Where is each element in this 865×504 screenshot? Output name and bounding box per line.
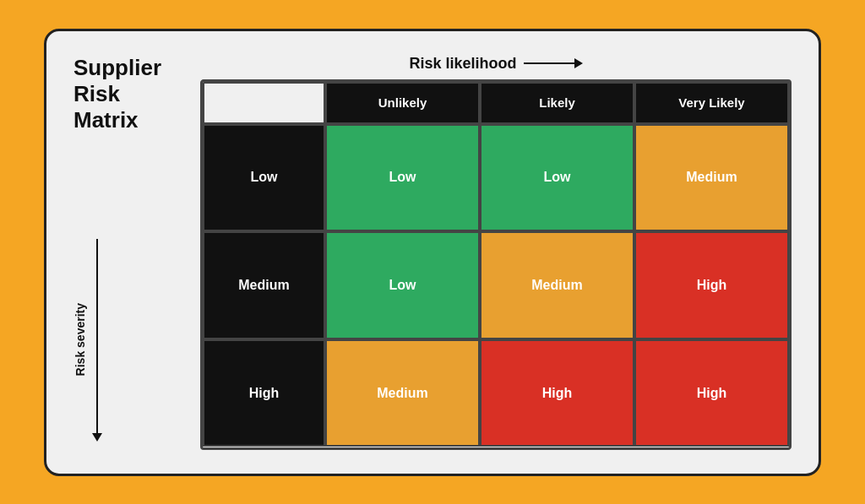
- likelihood-label: Risk likelihood: [409, 55, 516, 73]
- severity-label: Risk severity: [73, 303, 87, 376]
- cell-medium-unlikely: Low: [325, 231, 480, 339]
- card: Supplier Risk Matrix Risk severity Risk …: [44, 29, 821, 476]
- cell-high-likely: High: [480, 339, 634, 447]
- likelihood-arrow: [524, 58, 583, 68]
- matrix-table: Unlikely Likely Very Likely Low Low Low …: [200, 79, 792, 450]
- col-header-unlikely: Unlikely: [325, 82, 480, 124]
- chart-title: Supplier Risk Matrix: [73, 55, 161, 134]
- right-section: Risk likelihood Unlikely Likely Very Lik…: [200, 55, 792, 450]
- left-section: Supplier Risk Matrix Risk severity: [73, 55, 200, 450]
- cell-medium-likely: Medium: [480, 231, 634, 339]
- cell-empty-corner: [203, 82, 325, 124]
- col-header-very-likely: Very Likely: [634, 82, 789, 124]
- likelihood-arrow-line: [524, 62, 574, 64]
- cell-medium-very-likely: High: [634, 231, 789, 339]
- cell-low-likely: Low: [480, 124, 634, 232]
- col-header-likely: Likely: [480, 82, 634, 124]
- cell-low-very-likely: Medium: [634, 124, 789, 232]
- severity-axis: Risk severity: [73, 239, 102, 442]
- row-header-high: High: [203, 339, 325, 447]
- cell-high-very-likely: High: [634, 339, 789, 447]
- cell-low-unlikely: Low: [325, 124, 480, 232]
- row-header-medium: Medium: [203, 231, 325, 339]
- cell-high-unlikely: Medium: [325, 339, 480, 447]
- severity-arrow: [92, 239, 102, 442]
- row-header-low: Low: [203, 124, 325, 232]
- likelihood-arrow-head: [574, 58, 583, 68]
- severity-arrow-head: [92, 433, 102, 442]
- severity-arrow-line: [96, 239, 98, 433]
- likelihood-header: Risk likelihood: [200, 55, 792, 73]
